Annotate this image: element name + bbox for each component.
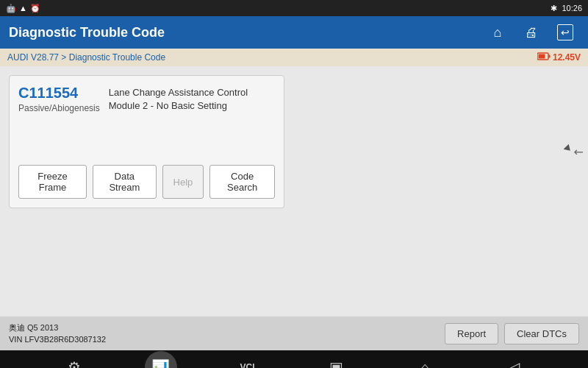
help-button: Help	[162, 165, 204, 199]
dtc-status: Passive/Abiogenesis	[18, 103, 100, 113]
status-left-icons: 🤖 ▲ ⏰	[6, 4, 40, 13]
android-icon: 🤖	[6, 4, 16, 13]
dtc-left: C111554 Passive/Abiogenesis	[18, 85, 100, 121]
back-nav-button[interactable]: ◁	[496, 354, 533, 368]
svg-rect-2	[548, 55, 550, 58]
status-right-icons: ✱ 10:26	[551, 4, 582, 13]
dtc-description: Lane Change Assistance Control Module 2 …	[109, 85, 275, 121]
back-icon: ◁	[509, 358, 520, 368]
battery-icon	[537, 52, 551, 63]
svg-rect-1	[538, 54, 545, 59]
cursor-indicator: ↖	[564, 144, 573, 154]
home-nav-icon: ⌂	[420, 359, 429, 369]
car-details: 奥迪 Q5 2013 VIN LFV3B28R6D3087132	[9, 322, 106, 346]
wifi-icon: ▲	[19, 4, 27, 13]
code-search-button[interactable]: Code Search	[209, 165, 275, 199]
bluetooth-icon: ✱	[551, 4, 557, 13]
home-button[interactable]: ⌂	[484, 20, 512, 45]
breadcrumb-path: AUDI V28.77 > Diagnostic Trouble Code	[7, 52, 165, 63]
android-nav-bar: ⚙ 📊 VCI ▣ ⌂ ◁	[0, 350, 588, 368]
status-bar: 🤖 ▲ ⏰ ✱ 10:26	[0, 0, 588, 16]
freeze-frame-button[interactable]: Freeze Frame	[18, 165, 87, 199]
main-content: C111554 Passive/Abiogenesis Lane Change …	[0, 66, 588, 316]
header: Diagnostic Trouble Code ⌂ 🖨 ↩	[0, 16, 588, 49]
settings-nav-button[interactable]: ⚙	[56, 354, 93, 368]
page-title: Diagnostic Trouble Code	[9, 25, 165, 40]
car-action-buttons: Report Clear DTCs	[445, 323, 579, 344]
recents-nav-button[interactable]: ▣	[318, 354, 355, 368]
car-model: 奥迪 Q5 2013	[9, 322, 106, 334]
action-buttons: Freeze Frame Data Stream Help Code Searc…	[18, 165, 275, 199]
recents-icon: ▣	[329, 358, 343, 368]
breadcrumb: AUDI V28.77 > Diagnostic Trouble Code 12…	[0, 49, 588, 66]
print-button[interactable]: 🖨	[517, 20, 545, 45]
exit-icon: ↩	[557, 24, 573, 40]
exit-button[interactable]: ↩	[551, 20, 579, 45]
settings-icon: ⚙	[68, 358, 81, 368]
clear-dtcs-button[interactable]: Clear DTCs	[504, 323, 579, 344]
car-info-bar: 奥迪 Q5 2013 VIN LFV3B28R6D3087132 Report …	[0, 316, 588, 350]
dtc-code: C111554	[18, 85, 100, 102]
voltage-display: 12.45V	[537, 52, 581, 63]
dtc-card: C111554 Passive/Abiogenesis Lane Change …	[9, 75, 284, 208]
vci-nav-button[interactable]: VCI	[229, 354, 266, 368]
print-icon: 🖨	[525, 25, 538, 40]
data-stream-button[interactable]: Data Stream	[93, 165, 156, 199]
home-icon: ⌂	[494, 25, 502, 40]
vci-icon: VCI	[240, 362, 254, 368]
report-button[interactable]: Report	[445, 323, 498, 344]
time-display: 10:26	[562, 4, 582, 13]
car-vin: VIN LFV3B28R6D3087132	[9, 333, 106, 346]
header-icons: ⌂ 🖨 ↩	[484, 20, 579, 45]
home-nav-button[interactable]: ⌂	[407, 354, 444, 368]
clock-icon: ⏰	[30, 4, 40, 13]
diagnostics-nav-button[interactable]: 📊	[145, 351, 177, 368]
diagnostics-icon: 📊	[151, 358, 170, 368]
